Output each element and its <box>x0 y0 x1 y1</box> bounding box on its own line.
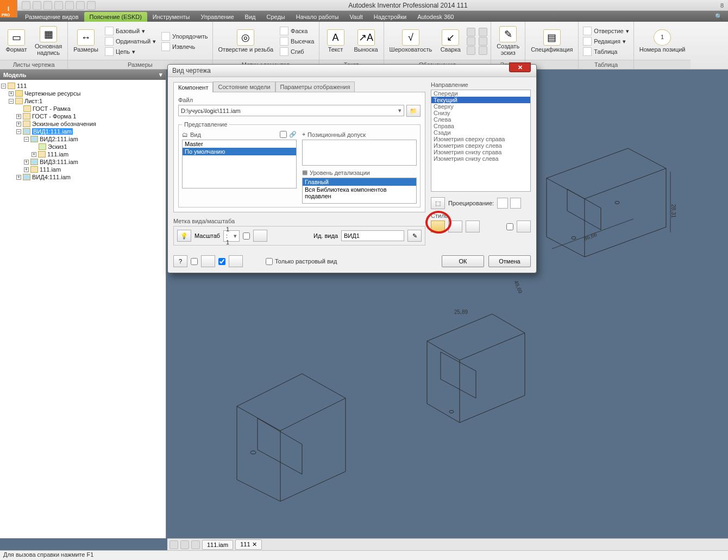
tree-item[interactable]: ГОСТ - Форма 1 <box>32 113 76 119</box>
tree-item[interactable]: Эскизные обозначения <box>32 121 96 127</box>
style-shaded-button[interactable] <box>466 221 480 232</box>
view-id-input[interactable]: ВИД1 <box>341 230 404 241</box>
sketch-button[interactable]: ✎Создать эскиз <box>494 25 522 57</box>
qat-new-icon[interactable] <box>22 1 30 10</box>
close-button[interactable]: ✕ <box>509 62 531 72</box>
format-button[interactable]: ▭Формат <box>3 28 29 54</box>
expander-icon[interactable]: − <box>16 129 21 134</box>
titleblock-button[interactable]: ▦Основная надпись <box>33 25 64 57</box>
opt-btn-2[interactable] <box>229 255 243 267</box>
view-rep-link-icon[interactable]: 🔗 <box>289 131 297 138</box>
view-cube-button[interactable]: ⬚ <box>431 197 445 209</box>
chain-button[interactable]: Цепь ▾ <box>104 47 157 56</box>
tree-item[interactable]: Эскиз1 <box>48 143 67 150</box>
tab-vault[interactable]: Vault <box>344 12 368 22</box>
chamfer-button[interactable]: Фаска <box>279 26 315 36</box>
qat-more-icon[interactable] <box>87 1 96 10</box>
doctab-control-icon[interactable] <box>170 540 178 549</box>
qat-save-icon[interactable] <box>43 1 52 10</box>
qat-print-icon[interactable] <box>76 1 85 10</box>
tree-item[interactable]: 111.iam <box>40 166 61 173</box>
list-item[interactable]: Изометрия сверху слева <box>431 142 530 149</box>
style-hidden-button[interactable] <box>431 221 445 232</box>
list-item[interactable]: Master <box>183 140 296 148</box>
tree-item[interactable]: Лист:1 <box>24 98 42 104</box>
doc-tab-dwg[interactable]: 111 ✕ <box>235 539 261 550</box>
expander-icon[interactable]: − <box>1 84 6 89</box>
annot-extra1-icon[interactable] <box>467 28 475 36</box>
qat-undo-icon[interactable] <box>54 1 63 10</box>
list-item[interactable]: Сзади <box>431 129 530 136</box>
view-rep-check[interactable] <box>280 131 287 138</box>
ok-button[interactable]: ОК <box>442 255 484 267</box>
tab-view[interactable]: Вид <box>240 12 261 22</box>
ordinate-button[interactable]: Ординатный ▾ <box>104 36 157 46</box>
retrieve-button[interactable]: Извлечь <box>160 42 209 52</box>
tab-manage[interactable]: Управление <box>195 12 239 22</box>
leader-text-button[interactable]: ↗AВыноска <box>352 28 380 54</box>
expander-icon[interactable]: + <box>16 175 21 180</box>
pos-tol-list[interactable] <box>302 140 417 166</box>
scale-link-button[interactable]: 💡 <box>177 230 191 242</box>
table-rev-button[interactable]: Редакция ▾ <box>582 36 630 46</box>
balloon-button[interactable]: 1Номера позиций <box>637 28 688 54</box>
hole-thread-button[interactable]: ◎Отверстие и резьба <box>216 28 276 54</box>
direction-list[interactable]: Спереди Текущий Сверху Снизу Слева Справ… <box>431 90 531 192</box>
expander-icon[interactable]: + <box>16 122 21 127</box>
tab-display-options[interactable]: Параметры отображения <box>275 81 355 92</box>
scale-extra-button[interactable] <box>253 230 267 242</box>
annot-extra3-icon[interactable] <box>467 46 475 55</box>
style-check[interactable] <box>506 223 513 230</box>
annot-extra5-icon[interactable] <box>479 37 487 46</box>
spec-button[interactable]: ▤Спецификация <box>529 28 575 54</box>
list-item[interactable]: Справа <box>431 123 530 129</box>
file-combo[interactable]: D:\учусь\logic\111.iam <box>178 105 404 116</box>
annot-extra2-icon[interactable] <box>467 37 475 46</box>
model-tree[interactable]: −111 +Чертежные ресурсы −Лист:1 ГОСТ - Р… <box>0 80 166 538</box>
scale-check[interactable] <box>243 232 250 240</box>
tree-item[interactable]: ВИД3:111.iam <box>40 159 78 165</box>
list-item[interactable]: Слева <box>431 116 530 123</box>
tab-search-icon[interactable]: 🔍 <box>710 11 728 22</box>
browser-dropdown-icon[interactable]: ▾ <box>159 71 162 78</box>
list-item[interactable]: Снизу <box>431 110 530 116</box>
table-hole-button[interactable]: Отверстие ▾ <box>582 26 630 36</box>
bend-button[interactable]: Сгиб <box>279 47 315 56</box>
list-item[interactable]: По умолчанию <box>183 148 296 155</box>
arrange-button[interactable]: Упорядочить <box>160 32 209 41</box>
tab-get-started[interactable]: Начало работы <box>291 12 344 22</box>
list-item[interactable]: Изометрия снизу слева <box>431 155 530 162</box>
tab-model-state[interactable]: Состояние модели <box>213 81 275 92</box>
tree-item[interactable]: Чертежные ресурсы <box>24 90 80 97</box>
browse-file-button[interactable]: 📁 <box>406 105 421 117</box>
doctab-control3-icon[interactable] <box>191 540 200 549</box>
expander-icon[interactable]: + <box>24 160 29 165</box>
tree-root[interactable]: 111 <box>17 83 27 89</box>
expander-icon[interactable]: + <box>9 91 14 96</box>
tab-environments[interactable]: Среды <box>261 12 291 22</box>
tree-item-selected[interactable]: ВИД1:111.iam <box>32 128 73 135</box>
surface-button[interactable]: √Шероховатость <box>387 28 435 54</box>
annot-extra6-icon[interactable] <box>479 46 487 55</box>
baseline-button[interactable]: Базовый ▾ <box>104 26 157 36</box>
list-item[interactable]: Главный <box>303 178 416 186</box>
opt-btn-1[interactable] <box>201 255 215 267</box>
tree-item[interactable]: ГОСТ - Рамка <box>33 105 71 112</box>
table-general-button[interactable]: Таблица <box>582 47 630 56</box>
expander-icon[interactable]: + <box>32 152 36 157</box>
edit-label-button[interactable]: ✎ <box>407 230 422 242</box>
qat-redo-icon[interactable] <box>65 1 74 10</box>
tab-annotate-eskd[interactable]: Пояснение (ESKD) <box>84 12 147 22</box>
help-button[interactable]: ? <box>173 255 187 267</box>
scale-combo[interactable]: 1 : 1 <box>223 230 240 242</box>
tab-tools[interactable]: Инструменты <box>147 12 196 22</box>
tree-item[interactable]: ВИД2:111.iam <box>40 136 78 142</box>
annot-extra4-icon[interactable] <box>479 28 487 36</box>
expander-icon[interactable]: − <box>9 99 14 104</box>
lod-list[interactable]: Главный Вся Библиотека компонентов подав… <box>302 178 417 204</box>
third-angle-icon[interactable] <box>510 198 521 209</box>
view-rep-list[interactable]: Master По умолчанию <box>182 140 297 188</box>
tree-item[interactable]: 111.iam <box>47 151 68 158</box>
opt-check-2[interactable] <box>218 258 225 265</box>
first-angle-icon[interactable] <box>497 198 508 209</box>
